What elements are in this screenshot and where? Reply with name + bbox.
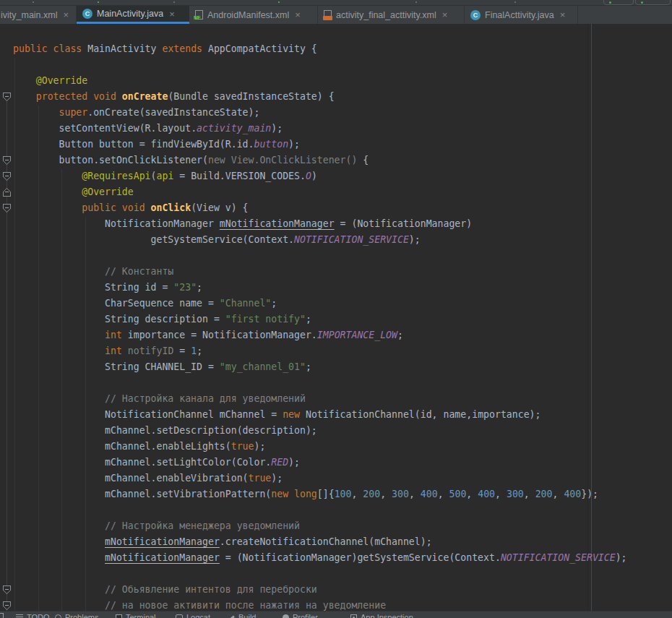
tool-window-button-profiler[interactable]: Profiler: [283, 613, 318, 618]
code-token: ,: [553, 489, 564, 499]
fold-marker-icon[interactable]: [3, 172, 11, 181]
code-token: true: [231, 441, 254, 452]
code-token: ,: [495, 489, 507, 499]
tool-window-button-todo[interactable]: TODO: [16, 613, 50, 618]
tool-window-stripe-icon[interactable]: [0, 613, 4, 618]
code-token: true: [249, 473, 272, 484]
close-icon[interactable]: ×: [62, 10, 69, 20]
code-token: ,: [409, 489, 421, 499]
fold-marker-icon[interactable]: [3, 156, 11, 165]
code-token: 100: [335, 489, 352, 499]
code-line: getSystemService(Context.NOTIFICATION_SE…: [13, 232, 627, 248]
code-line: String description = "first notify";: [13, 312, 627, 327]
code-token: @RequiresApi: [82, 171, 150, 181]
code-line: @Override: [13, 184, 627, 200]
code-token: api: [157, 171, 174, 181]
code-token: mNotificationManager: [105, 536, 220, 547]
code-token: NotificationManager: [105, 218, 220, 229]
code-line: int notifyID = 1;: [13, 343, 627, 359]
fold-marker-icon[interactable]: [3, 93, 11, 101]
code-line: [13, 57, 627, 73]
code-token: );: [288, 139, 300, 150]
code-token: new: [283, 409, 300, 420]
code-token: onCreate: [122, 91, 168, 102]
close-icon[interactable]: ×: [441, 10, 448, 20]
fold-marker-icon[interactable]: [3, 204, 11, 213]
tool-window-button-label: App Inspection: [361, 613, 413, 618]
editor-tab-bar: ivity_main.xml × C MainActivity.java × M…: [0, 6, 672, 24]
code-text[interactable]: public class MainActivity extends AppCom…: [13, 41, 627, 614]
code-token: public class: [13, 43, 87, 54]
code-line: mChannel.setLightColor(Color.RED);: [13, 455, 627, 471]
code-line: NotificationManager mNotificationManager…: [13, 216, 627, 232]
tool-window-button-logcat[interactable]: Logcat: [176, 613, 210, 618]
code-token: public void: [82, 202, 150, 213]
code-token: mChannel.enableLights(: [105, 441, 231, 452]
code-token: @Override: [82, 186, 133, 197]
code-line: [13, 375, 627, 391]
java-class-icon: C: [82, 9, 92, 19]
code-token: );: [616, 552, 627, 563]
code-token: ;: [397, 330, 403, 340]
code-token: );: [288, 457, 300, 468]
code-token: importance = NotificationManager.: [122, 330, 317, 340]
logcat-icon: [176, 614, 183, 618]
code-token: Button button = findViewById(R.id.: [59, 139, 254, 150]
fold-marker-icon[interactable]: [3, 601, 11, 610]
device-selector-widget[interactable]: [635, 0, 671, 5]
code-token: });: [581, 489, 598, 499]
problems-icon: [55, 614, 61, 618]
code-token: CharSequence name =: [105, 298, 220, 309]
todo-icon: [16, 614, 23, 618]
tool-window-button-terminal[interactable]: Terminal: [116, 613, 156, 618]
code-token: // Настройка канала для уведомлений: [105, 393, 306, 404]
code-line: [13, 566, 627, 582]
code-line: NotificationChannel mChannel = new Notif…: [13, 407, 627, 423]
fold-marker-icon[interactable]: [3, 188, 11, 197]
code-token: RED: [271, 457, 288, 468]
tab-activity-final-acttivity-xml[interactable]: activity_final_acttivity.xml ×: [318, 6, 465, 24]
code-token: );: [271, 473, 283, 484]
code-token: IMPORTANCE_LOW: [317, 330, 397, 340]
code-token: {: [363, 155, 369, 166]
code-token: O: [306, 171, 311, 181]
layout-xml-file-icon: [324, 10, 332, 20]
code-token: mNotificationManager: [105, 552, 220, 563]
close-icon[interactable]: ×: [559, 10, 566, 20]
close-icon[interactable]: ×: [168, 9, 175, 19]
code-token: NOTIFICATION_SERVICE: [501, 552, 616, 563]
code-token: );: [409, 234, 421, 245]
code-line: super.onCreate(savedInstanceState);: [13, 105, 627, 121]
toolbar-icon-fragment: [278, 1, 280, 3]
code-token: protected void: [36, 91, 122, 102]
code-token: int: [105, 346, 122, 356]
tab-androidmanifest-xml[interactable]: MF AndroidManifest.xml ×: [189, 6, 318, 24]
code-editor[interactable]: public class MainActivity extends AppCom…: [0, 24, 672, 618]
tool-window-button-problems[interactable]: Problems: [55, 613, 98, 618]
code-line: CharSequence name = "Channel";: [13, 296, 627, 312]
code-token: 400: [478, 489, 495, 499]
code-token: extends: [162, 43, 202, 54]
tool-window-button-app-inspection[interactable]: App Inspection: [350, 613, 413, 618]
code-token: // Константы: [105, 266, 173, 277]
close-icon[interactable]: ×: [293, 10, 301, 20]
code-token: (View v) {: [191, 202, 248, 213]
tab-activity-main-xml[interactable]: ivity_main.xml ×: [0, 6, 77, 24]
code-token: "my_channel_01": [220, 361, 306, 372]
run-configuration-widget[interactable]: [603, 0, 634, 5]
code-line: [13, 248, 627, 264]
fold-marker-icon[interactable]: [3, 585, 11, 594]
code-line: mChannel.setDescription(description);: [13, 423, 627, 439]
tool-window-bar: TODOProblemsTerminalLogcatBuildProfilerA…: [0, 611, 672, 618]
tab-finalacttivity-java[interactable]: C FinalActtivity.java ×: [465, 6, 578, 24]
tool-window-button-build[interactable]: Build: [228, 613, 256, 618]
toolbar-icon-fragment: [173, 1, 175, 3]
code-line: Button button = findViewById(R.id.button…: [13, 137, 627, 153]
code-token: = Build.VERSION_CODES.: [173, 171, 306, 181]
manifest-file-icon: MF: [195, 10, 203, 20]
code-line: mNotificationManager = (NotificationMana…: [13, 550, 627, 566]
tab-mainactivity-java[interactable]: C MainActivity.java ×: [77, 6, 189, 24]
code-token: AppCompatActivity {: [202, 43, 317, 54]
code-token: 200: [535, 489, 553, 499]
code-token: []{: [317, 489, 335, 499]
